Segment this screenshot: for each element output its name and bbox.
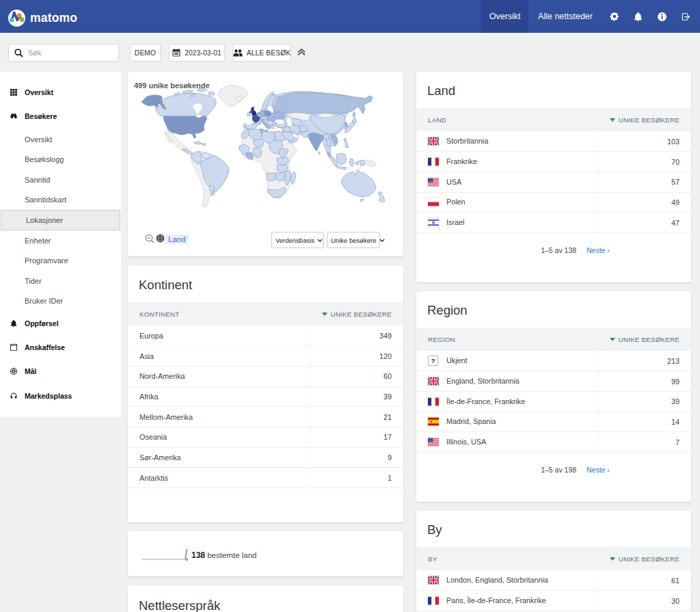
svg-text:?: ? [431,358,435,364]
